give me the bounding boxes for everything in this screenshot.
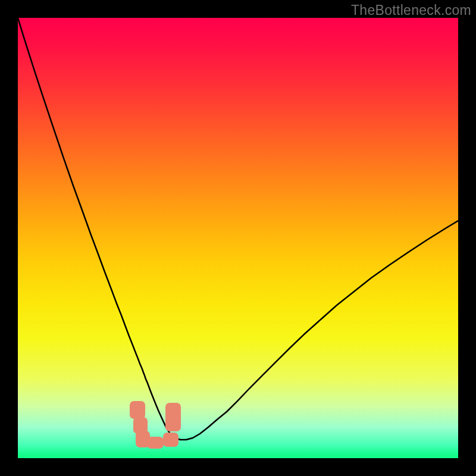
bottleneck-curve	[18, 18, 458, 440]
curve-marker	[165, 403, 181, 431]
chart-frame: TheBottleneck.com	[0, 0, 476, 476]
plot-area	[18, 18, 458, 458]
curve-marker	[163, 433, 178, 447]
curve-svg	[18, 18, 458, 458]
watermark-text: TheBottleneck.com	[351, 2, 471, 18]
curve-marker	[130, 401, 145, 419]
curve-marker	[147, 437, 164, 449]
